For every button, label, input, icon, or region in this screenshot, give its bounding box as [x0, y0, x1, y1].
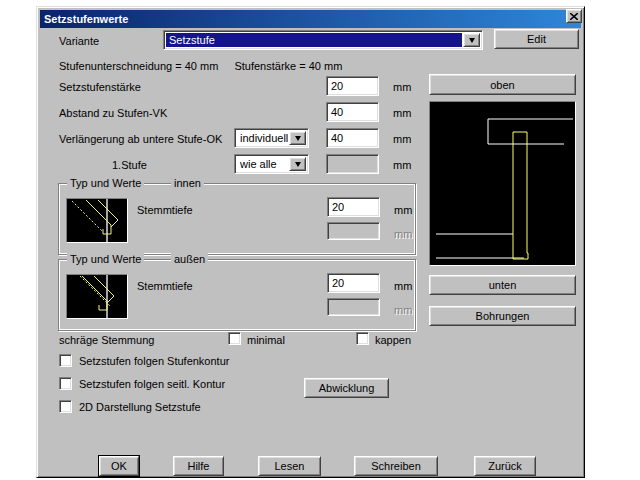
kappen-label: kappen: [375, 334, 411, 346]
verlaengerung-unit: mm: [393, 133, 411, 145]
title-bar[interactable]: Setzstufenwerte: [40, 10, 581, 28]
zurueck-button-label: Zurück: [488, 460, 522, 472]
stemmtiefe-aussen-label: Stemmtiefe: [137, 280, 193, 292]
stemmtiefe-innen-unit: mm: [394, 204, 412, 216]
stemm-typ-innen-button[interactable]: [66, 198, 128, 243]
stair-section-drawing: [430, 102, 575, 265]
minimal-label: minimal: [247, 334, 285, 346]
stemmtiefe-aussen-unit: mm: [394, 280, 412, 292]
chevron-down-icon: [295, 162, 301, 167]
info-stufenstaerke: Stufenstärke = 40 mm: [234, 60, 342, 72]
variante-label: Variante: [59, 35, 99, 47]
stufe1-dropdown-button[interactable]: [289, 157, 306, 171]
verlaengerung-label: Verlängerung ab untere Stufe-OK: [59, 133, 222, 145]
hilfe-button[interactable]: Hilfe: [173, 456, 224, 476]
schreiben-button-label: Schreiben: [371, 460, 421, 472]
folgen-seitl-kontur-checkbox[interactable]: [59, 377, 72, 390]
group-aussen-title: Typ und Werte: [67, 253, 144, 265]
stemm-typ-innen-icon: [67, 199, 127, 242]
group-aussen-side: außen: [171, 253, 208, 265]
abwicklung-button-label: Abwicklung: [319, 382, 375, 394]
stemm-typ-aussen-icon: [67, 275, 127, 318]
abstand-label: Abstand zu Stufen-VK: [59, 107, 167, 119]
bohrungen-button[interactable]: Bohrungen: [429, 306, 576, 326]
close-button[interactable]: [566, 9, 582, 23]
unten-button-label: unten: [489, 279, 517, 291]
bohrungen-button-label: Bohrungen: [476, 310, 530, 322]
abwicklung-button[interactable]: Abwicklung: [304, 378, 389, 398]
stemmtiefe-aussen-input[interactable]: [327, 273, 380, 293]
stufe1-unit: mm: [393, 159, 411, 171]
darstellung-2d-checkbox[interactable]: [59, 400, 72, 413]
stufe1-combobox[interactable]: wie alle: [234, 154, 309, 174]
staerke-unit: mm: [393, 81, 411, 93]
innen-input-disabled: [327, 222, 380, 240]
variante-dropdown-button[interactable]: [463, 33, 480, 47]
zurueck-button[interactable]: Zurück: [474, 456, 536, 476]
group-innen-side: innen: [171, 177, 204, 189]
verlaengerung-value: individuell: [237, 131, 288, 145]
close-icon: [570, 13, 578, 20]
abstand-input[interactable]: [326, 102, 379, 122]
dialog-title: Setzstufenwerte: [44, 13, 128, 25]
chevron-down-icon: [295, 136, 301, 141]
stemmtiefe-innen-label: Stemmtiefe: [137, 204, 193, 216]
stair-section-preview: [429, 101, 576, 266]
verlaengerung-input[interactable]: [326, 128, 379, 148]
oben-button-label: oben: [490, 79, 514, 91]
stufe1-label: 1.Stufe: [112, 159, 147, 171]
darstellung-2d-label: 2D Darstellung Setzstufe: [79, 401, 201, 413]
edit-button[interactable]: Edit: [494, 29, 579, 49]
folgen-seitl-kontur-label: Setzstufen folgen seitl. Kontur: [79, 378, 225, 390]
aussen-unit-disabled: mm: [394, 304, 412, 316]
kappen-checkbox[interactable]: [356, 332, 369, 345]
stufe1-value: wie alle: [237, 157, 288, 171]
stufe1-input-disabled: [326, 154, 379, 174]
staerke-label: Setzstufenstärke: [59, 81, 141, 93]
unten-button[interactable]: unten: [429, 275, 576, 295]
info-unterschneidung: Stufenunterschneidung = 40 mm: [59, 60, 218, 72]
minimal-checkbox[interactable]: [228, 332, 241, 345]
staerke-input[interactable]: [326, 76, 379, 96]
folgen-stufenkontur-label: Setzstufen folgen Stufenkontur: [79, 355, 229, 367]
setzstufenwerte-dialog: Setzstufenwerte Variante Setzstufe Edit …: [36, 6, 585, 478]
desktop: { "window": { "title": "Setzstufenwerte"…: [0, 0, 640, 480]
aussen-input-disabled: [327, 298, 380, 316]
info-line: Stufenunterschneidung = 40 mm Stufenstär…: [59, 60, 342, 72]
schreiben-button[interactable]: Schreiben: [354, 456, 438, 476]
chevron-down-icon: [469, 38, 475, 43]
stemmtiefe-innen-input[interactable]: [327, 197, 380, 217]
innen-unit-disabled: mm: [394, 228, 412, 240]
typ-werte-innen-group: Typ und Werte innen Stemmtiefe mm mm: [58, 183, 416, 255]
schraege-stemmung-label: schräge Stemmung: [59, 334, 154, 346]
edit-button-label: Edit: [527, 33, 546, 45]
group-innen-title: Typ und Werte: [67, 177, 144, 189]
lesen-button-label: Lesen: [275, 460, 305, 472]
stemm-typ-aussen-button[interactable]: [66, 274, 128, 319]
ok-button[interactable]: OK: [99, 456, 139, 476]
folgen-stufenkontur-checkbox[interactable]: [59, 354, 72, 367]
hilfe-button-label: Hilfe: [187, 460, 209, 472]
typ-werte-aussen-group: Typ und Werte außen Stemmtiefe mm mm: [58, 259, 416, 331]
variante-value: Setzstufe: [166, 33, 462, 47]
verlaengerung-combobox[interactable]: individuell: [234, 128, 309, 148]
abstand-unit: mm: [393, 107, 411, 119]
variante-combobox[interactable]: Setzstufe: [163, 30, 483, 50]
ok-button-label: OK: [111, 460, 127, 472]
oben-button[interactable]: oben: [429, 74, 576, 95]
verlaengerung-dropdown-button[interactable]: [289, 131, 306, 145]
lesen-button[interactable]: Lesen: [258, 456, 321, 476]
